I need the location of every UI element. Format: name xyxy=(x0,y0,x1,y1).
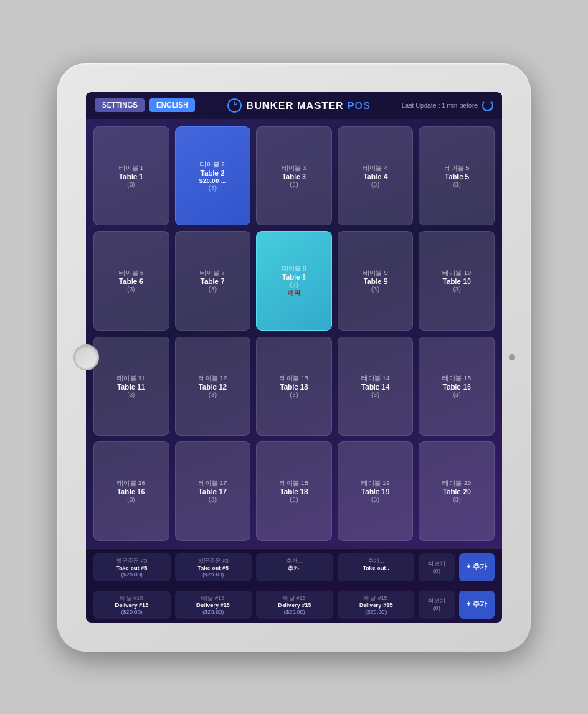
table-en-name: Table 16 xyxy=(117,488,145,496)
more-count: (0) xyxy=(433,605,440,611)
table-en-name: Table 2 xyxy=(201,169,225,177)
table-kr-name: 테이블 1 xyxy=(119,164,144,173)
header-left-buttons: SETTINGS ENGLISH xyxy=(95,98,195,112)
refresh-icon[interactable] xyxy=(482,100,493,111)
table-en-name: Table 1 xyxy=(119,173,143,181)
order-cell[interactable]: 추가...추가.. xyxy=(256,553,333,581)
order-price: ($25.00) xyxy=(284,609,305,615)
bottom-section: 방문주문 #5Take out #5($25.00)방문주문 #5Take ou… xyxy=(86,548,502,623)
table-count: (3) xyxy=(290,496,298,503)
order-kr: 배달 #15 xyxy=(283,594,306,602)
table-en-name: Table 16 xyxy=(443,383,471,391)
table-count: (3) xyxy=(371,391,379,398)
order-en: Delivery #15 xyxy=(359,602,393,609)
table-count: (3) xyxy=(371,496,379,503)
order-en: 추가.. xyxy=(288,565,302,573)
order-price: ($25.00) xyxy=(121,609,143,615)
table-count: (3) xyxy=(290,391,298,398)
order-cell[interactable]: 방문주문 #5Take out #5($25.00) xyxy=(93,553,171,581)
table-cell-19[interactable]: 테이블 19Table 19(3) xyxy=(338,441,414,541)
table-kr-name: 테이블 20 xyxy=(442,479,471,488)
table-cell-18[interactable]: 테이블 18Table 18(3) xyxy=(256,441,332,541)
table-kr-name: 테이블 18 xyxy=(280,479,308,488)
more-button[interactable]: 더보기(0) xyxy=(419,591,455,619)
table-count: (3) xyxy=(290,281,298,288)
table-cell-10[interactable]: 테이블 10Table 10(3) xyxy=(419,231,495,331)
logo-area: BUNKER MASTER POS xyxy=(227,98,371,113)
table-cell-14[interactable]: 테이블 14Table 14(3) xyxy=(338,337,414,436)
table-price: $20.00 ... xyxy=(199,177,227,184)
table-cell-16[interactable]: 테이블 16Table 16(3) xyxy=(93,441,169,541)
table-count: (3) xyxy=(127,391,135,398)
add-button[interactable]: + 추가 xyxy=(459,553,495,581)
table-en-name: Table 18 xyxy=(280,488,308,496)
table-kr-name: 테이블 11 xyxy=(117,374,146,383)
table-cell-7[interactable]: 테이블 7Table 7(3) xyxy=(175,231,251,331)
more-button[interactable]: 더보기(0) xyxy=(419,553,455,581)
order-cell[interactable]: 배달 #15Delivery #15($25.00) xyxy=(256,591,333,619)
table-kr-name: 테이블 14 xyxy=(361,374,390,383)
table-kr-name: 테이블 8 xyxy=(282,264,307,273)
table-count: (3) xyxy=(127,496,135,503)
table-kr-name: 테이블 19 xyxy=(361,479,390,488)
table-en-name: Table 14 xyxy=(361,383,389,391)
table-cell-20[interactable]: 테이블 20Table 20(3) xyxy=(419,441,495,541)
table-count: (3) xyxy=(453,286,461,293)
table-count: (3) xyxy=(209,184,217,192)
table-en-name: Table 7 xyxy=(201,278,225,286)
table-en-name: Table 13 xyxy=(280,383,308,391)
table-cell-15[interactable]: 테이블 15Table 16(3) xyxy=(419,337,495,436)
table-cell-6[interactable]: 테이블 6Table 6(3) xyxy=(93,231,169,331)
last-update-text: Last Update : 1 min before xyxy=(402,102,478,109)
order-kr: 추가... xyxy=(286,557,303,565)
table-cell-3[interactable]: 테이블 3Table 3(3) xyxy=(256,126,332,226)
table-en-name: Table 20 xyxy=(443,488,471,496)
table-cell-12[interactable]: 테이블 12Table 12(3) xyxy=(175,337,251,436)
table-kr-name: 테이블 4 xyxy=(363,164,388,173)
add-button[interactable]: + 추가 xyxy=(459,591,495,619)
table-cell-1[interactable]: 테이블 1Table 1(3) xyxy=(93,126,169,226)
table-cell-11[interactable]: 테이블 11Table 11(3) xyxy=(93,337,169,436)
table-kr-name: 테이블 2 xyxy=(200,160,225,169)
table-grid: 테이블 1Table 1(3)테이블 2Table 2$20.00 ...(3)… xyxy=(86,119,502,548)
takeout-row: 방문주문 #5Take out #5($25.00)방문주문 #5Take ou… xyxy=(86,548,502,586)
order-cell[interactable]: 방문주문 #5Take out #5($25.00) xyxy=(175,553,252,581)
order-cell[interactable]: 배달 #15Delivery #15($25.00) xyxy=(93,591,171,619)
table-count: (3) xyxy=(453,181,461,188)
table-count: (3) xyxy=(127,181,135,188)
table-cell-17[interactable]: 테이블 17Table 17(3) xyxy=(175,441,251,541)
table-cell-2[interactable]: 테이블 2Table 2$20.00 ...(3) xyxy=(175,126,251,226)
table-cell-5[interactable]: 테이블 5Table 5(3) xyxy=(419,126,495,226)
settings-button[interactable]: SETTINGS xyxy=(95,98,145,112)
table-en-name: Table 19 xyxy=(361,488,389,496)
home-button[interactable] xyxy=(73,344,99,370)
table-reservation: 예약 xyxy=(288,288,300,298)
table-count: (3) xyxy=(127,286,135,293)
order-price: ($25.00) xyxy=(202,571,224,578)
order-cell[interactable]: 추가...Take out.. xyxy=(338,553,415,581)
more-count: (0) xyxy=(433,568,440,574)
table-kr-name: 테이블 3 xyxy=(282,164,307,173)
table-en-name: Table 11 xyxy=(117,383,145,391)
table-cell-9[interactable]: 테이블 9Table 9(3) xyxy=(338,231,414,331)
order-cell[interactable]: 배달 #15Delivery #15($25.00) xyxy=(175,591,252,619)
table-en-name: Table 9 xyxy=(364,278,388,286)
table-kr-name: 테이블 12 xyxy=(199,374,227,383)
table-count: (3) xyxy=(371,286,379,293)
order-cell[interactable]: 배달 #15Delivery #15($25.00) xyxy=(338,591,415,619)
table-kr-name: 테이블 5 xyxy=(445,164,470,173)
delivery-row: 배달 #15Delivery #15($25.00)배달 #15Delivery… xyxy=(86,586,502,623)
english-button[interactable]: ENGLISH xyxy=(149,98,195,112)
table-count: (3) xyxy=(453,496,461,503)
order-en: Take out.. xyxy=(363,565,389,571)
table-cell-13[interactable]: 테이블 13Table 13(3) xyxy=(256,337,332,436)
header-right: Last Update : 1 min before xyxy=(402,100,493,111)
table-kr-name: 테이블 13 xyxy=(280,374,308,383)
order-kr: 추가... xyxy=(368,557,384,565)
table-cell-4[interactable]: 테이블 4Table 4(3) xyxy=(338,126,414,226)
order-en: Delivery #15 xyxy=(115,602,148,609)
table-kr-name: 테이블 9 xyxy=(363,268,388,278)
logo-text: BUNKER MASTER POS xyxy=(247,100,371,111)
table-cell-8[interactable]: 테이블 8Table 8(3)예약 xyxy=(256,231,332,331)
camera-dot xyxy=(509,354,515,360)
